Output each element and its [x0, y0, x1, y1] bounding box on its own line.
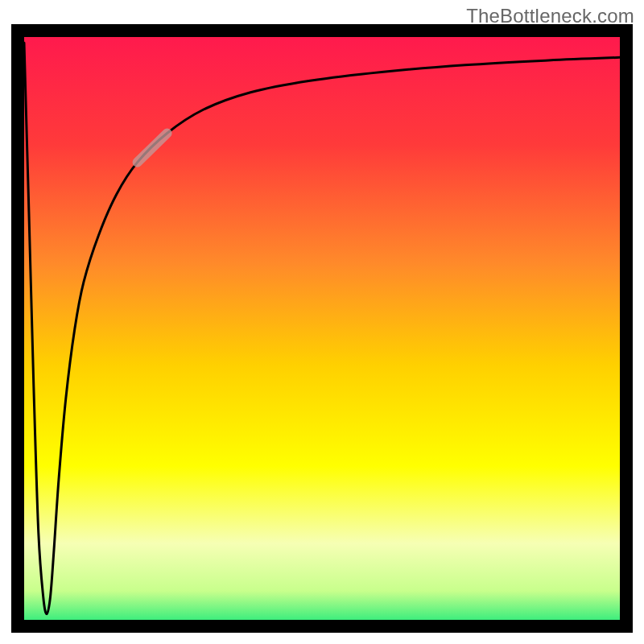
- curve-layer: [24, 37, 620, 620]
- plot-frame: [11, 24, 633, 633]
- bottleneck-curve: [24, 43, 620, 614]
- watermark-text: TheBottleneck.com: [466, 5, 634, 27]
- chart-stage: TheBottleneck.com: [0, 0, 644, 644]
- plot-area: [24, 37, 620, 620]
- marker-segment: [138, 133, 167, 162]
